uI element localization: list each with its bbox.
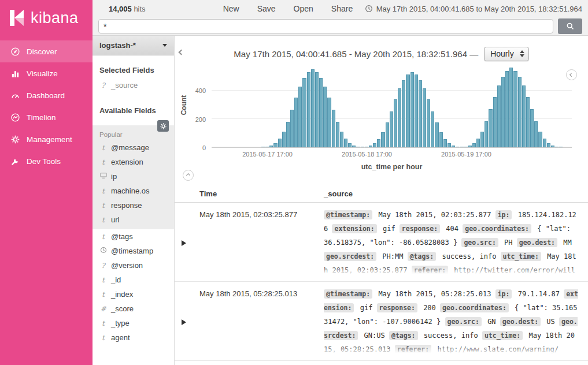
field-item-_id[interactable]: t_id (93, 273, 174, 287)
field-badge: ip: (495, 289, 512, 299)
field-item-_source[interactable]: ?_source (93, 78, 174, 92)
histogram-bar (348, 143, 352, 147)
histogram-bar (265, 147, 269, 147)
sidebar-item-dev-tools[interactable]: Dev Tools (0, 150, 93, 172)
histogram-bar (390, 111, 393, 147)
field-item-_index[interactable]: t_index (93, 287, 174, 301)
collapse-sidebar-button[interactable] (178, 46, 184, 57)
ip-type-icon (99, 172, 107, 181)
menu-item-save[interactable]: Save (257, 4, 276, 13)
field-badge: @tags: (408, 252, 437, 261)
field-item-@version[interactable]: ?@version (93, 258, 174, 273)
sidebar-item-label: Timelion (27, 113, 56, 122)
histogram-bar (468, 146, 472, 147)
string-type-icon: t (99, 187, 107, 195)
field-item-url[interactable]: turl (93, 213, 174, 227)
table-body: May 18th 2015, 02:03:25.877@timestamp: M… (175, 203, 588, 365)
search-button[interactable] (558, 18, 582, 34)
histogram-bar (302, 78, 306, 147)
field-item-agent[interactable]: tagent (93, 330, 174, 345)
field-badge: utc_time: (501, 252, 541, 261)
field-item-machine.os[interactable]: tmachine.os (93, 184, 174, 198)
histogram-bar (315, 72, 319, 147)
histogram-bar (439, 132, 443, 147)
field-item-_type[interactable]: t_type (93, 316, 174, 330)
sidebar-item-label: Discover (27, 47, 57, 56)
sidebar-item-discover[interactable]: Discover (0, 40, 93, 62)
field-badge: geo.coordinates: (463, 224, 531, 233)
sidebar-item-visualize[interactable]: Visualize (0, 62, 93, 84)
kibana-logo[interactable]: kibana (0, 0, 93, 36)
column-header-time[interactable]: Time (199, 189, 324, 198)
histogram-bar (361, 147, 364, 147)
top-bar: 14,005 hits NewSaveOpenShare May 17th 20… (93, 0, 588, 17)
field-item-response[interactable]: tresponse (93, 198, 174, 213)
field-badge: extension: (332, 224, 376, 233)
field-name: @tags (111, 232, 133, 241)
unknown-type-icon: ? (99, 81, 107, 90)
collapse-chart-button[interactable] (565, 68, 578, 81)
row-expander[interactable] (175, 282, 199, 353)
histogram-bar (369, 146, 372, 147)
histogram-bar (307, 72, 310, 147)
histogram-header: May 17th 2015, 04:00:41.685 - May 20th 2… (175, 45, 588, 62)
search-input[interactable] (98, 19, 553, 33)
date-type-icon (99, 247, 107, 255)
field-name: _source (111, 81, 138, 90)
expand-arrow-icon (182, 240, 186, 246)
sidebar-item-label: Dashboard (27, 91, 65, 100)
row-expander[interactable] (175, 361, 199, 365)
histogram-bar (411, 72, 414, 147)
timelion-icon (10, 113, 20, 122)
histogram-bar (352, 146, 356, 147)
histogram-time-range: May 17th 2015, 04:00:41.685 - May 20th 2… (234, 49, 478, 59)
string-type-icon: t (99, 233, 107, 241)
sidebar-item-timelion[interactable]: Timelion (0, 106, 93, 128)
sidebar-item-dashboard[interactable]: Dashboard (0, 84, 93, 106)
field-settings-button[interactable] (157, 120, 169, 132)
top-menu: NewSaveOpenShare (223, 4, 353, 13)
histogram-plot[interactable] (212, 62, 572, 148)
gear-icon (10, 135, 20, 144)
histogram-bars[interactable] (212, 62, 572, 147)
field-name: response (111, 201, 142, 210)
field-name: _score (111, 304, 134, 313)
timepicker-button[interactable]: May 17th 2015, 04:00:41.685 to May 20th … (365, 5, 582, 13)
histogram-bar (452, 146, 455, 147)
string-type-icon: t (99, 216, 107, 224)
fields-sidebar: logstash-* Selected Fields ?_source Avai… (93, 36, 175, 365)
chevron-up-icon (186, 173, 190, 177)
histogram-bar (402, 80, 405, 147)
row-source: @timestamp: May 18th 2015, 05:28:25.013 … (324, 282, 588, 353)
available-fields-list: t@tags@timestamp?@versiont_idt_index#_sc… (93, 229, 174, 345)
histogram-bar (489, 109, 492, 147)
field-name: @message (111, 143, 149, 152)
row-expander[interactable] (175, 203, 199, 274)
histogram-bar (543, 139, 546, 147)
select-arrows-icon (520, 50, 524, 57)
histogram-bar (336, 122, 339, 147)
field-item-@tags[interactable]: t@tags (93, 229, 174, 244)
field-name: _type (111, 319, 130, 327)
field-item-_score[interactable]: #_score (93, 301, 174, 316)
field-item-extension[interactable]: textension (93, 155, 174, 169)
field-badge: @tags: (389, 331, 418, 340)
nav-menu: DiscoverVisualizeDashboardTimelionManage… (0, 36, 93, 365)
histogram-bar (513, 71, 517, 147)
index-pattern-selector[interactable]: logstash-* (93, 36, 174, 55)
histogram-bar (476, 139, 480, 147)
field-item-@timestamp[interactable]: @timestamp (93, 244, 174, 258)
field-item-@message[interactable]: t@message (93, 140, 174, 155)
string-type-icon: t (99, 158, 107, 166)
sidebar-item-management[interactable]: Management (0, 128, 93, 150)
collapse-histogram-button[interactable] (182, 169, 195, 182)
histogram-bar (327, 98, 331, 147)
field-item-ip[interactable]: ip (93, 169, 174, 184)
menu-item-open[interactable]: Open (294, 4, 313, 13)
x-tick-label: 2015-05-17 17:00 (242, 151, 293, 158)
menu-item-new[interactable]: New (223, 4, 239, 13)
menu-item-share[interactable]: Share (331, 4, 353, 13)
histogram-bar (377, 139, 380, 147)
histogram-bar (386, 122, 389, 147)
interval-select[interactable]: Hourly (484, 47, 528, 61)
